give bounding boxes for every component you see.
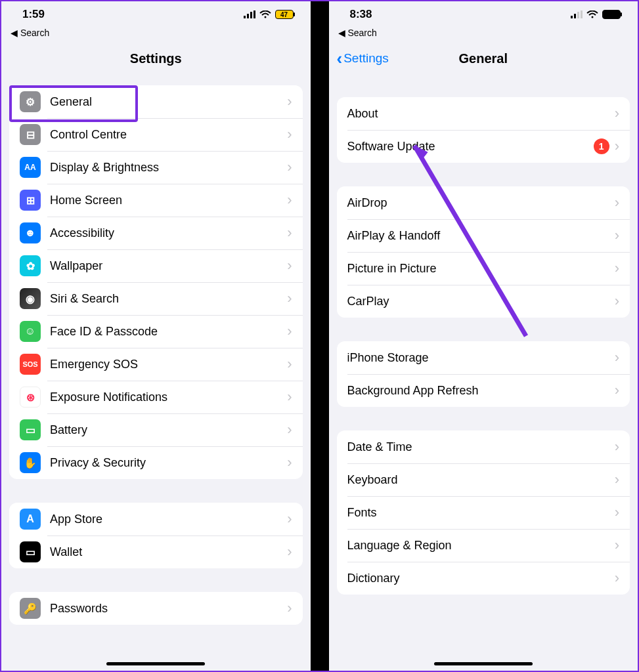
home-indicator[interactable] xyxy=(434,662,533,665)
settings-row-privacy[interactable]: ✋ Privacy & Security › xyxy=(9,446,303,479)
row-language[interactable]: Language & Region› xyxy=(337,529,630,562)
row-about[interactable]: About › xyxy=(337,97,630,130)
settings-section: A App Store › ▭ Wallet › xyxy=(9,503,303,568)
settings-row-wallpaper[interactable]: ✿ Wallpaper › xyxy=(9,249,303,282)
row-label: Display & Brightness xyxy=(50,161,282,175)
chevron-right-icon: › xyxy=(615,105,619,122)
settings-row-faceid[interactable]: ☺ Face ID & Passcode › xyxy=(9,315,303,348)
signal-icon xyxy=(244,10,255,18)
general-section: AirDrop› AirPlay & Handoff› Picture in P… xyxy=(337,186,630,318)
row-label: App Store xyxy=(50,513,282,526)
row-label: Background App Refresh xyxy=(347,384,609,398)
wifi-icon xyxy=(586,10,598,18)
chevron-right-icon: › xyxy=(615,138,619,155)
signal-icon xyxy=(571,10,583,18)
breadcrumb-back-search[interactable]: ◀ Search xyxy=(329,28,638,43)
general-section: About › Software Update 1 › xyxy=(337,97,630,163)
exposure-icon: ⊛ xyxy=(20,387,41,408)
row-label: Passwords xyxy=(50,602,282,616)
home-indicator[interactable] xyxy=(106,662,205,665)
row-label: General xyxy=(50,95,282,109)
row-label: Wallpaper xyxy=(50,259,282,273)
chevron-right-icon: › xyxy=(287,421,292,438)
svg-rect-5 xyxy=(571,16,573,18)
chevron-right-icon: › xyxy=(287,454,292,471)
row-label: CarPlay xyxy=(347,295,609,308)
settings-row-siri[interactable]: ◉ Siri & Search › xyxy=(9,282,303,315)
chevron-right-icon: › xyxy=(287,356,292,373)
chevron-right-icon: › xyxy=(287,543,292,560)
row-datetime[interactable]: Date & Time› xyxy=(337,430,630,463)
breadcrumb-back-search[interactable]: ◀ Search xyxy=(1,28,311,43)
row-airplay[interactable]: AirPlay & Handoff› xyxy=(337,219,630,252)
settings-row-accessibility[interactable]: ☻ Accessibility › xyxy=(9,217,303,249)
chevron-right-icon: › xyxy=(287,388,292,406)
settings-row-exposure[interactable]: ⊛ Exposure Notifications › xyxy=(9,381,303,413)
chevron-right-icon: › xyxy=(615,570,619,587)
svg-rect-3 xyxy=(253,10,255,18)
row-label: About xyxy=(347,107,609,121)
chevron-right-icon: › xyxy=(287,224,292,242)
back-button[interactable]: ‹ Settings xyxy=(337,49,389,69)
chevron-right-icon: › xyxy=(615,471,619,488)
row-label: Siri & Search xyxy=(50,292,282,306)
wallet-icon: ▭ xyxy=(20,541,41,562)
row-label: Privacy & Security xyxy=(50,456,282,470)
status-bar: 8:38 xyxy=(329,1,638,28)
row-fonts[interactable]: Fonts› xyxy=(337,496,630,529)
row-label: AirPlay & Handoff xyxy=(347,229,609,243)
sos-icon: SOS xyxy=(20,354,41,375)
settings-row-display[interactable]: AA Display & Brightness › xyxy=(9,151,303,184)
row-label: Battery xyxy=(50,423,282,437)
svg-rect-1 xyxy=(247,14,249,18)
chevron-right-icon: › xyxy=(287,323,292,340)
settings-row-appstore[interactable]: A App Store › xyxy=(9,503,303,536)
row-label: Fonts xyxy=(347,506,609,520)
settings-row-sos[interactable]: SOS Emergency SOS › xyxy=(9,348,303,381)
row-storage[interactable]: iPhone Storage› xyxy=(337,341,630,374)
row-carplay[interactable]: CarPlay› xyxy=(337,285,630,318)
row-label: Picture in Picture xyxy=(347,262,609,276)
settings-row-battery[interactable]: ▭ Battery › xyxy=(9,413,303,446)
settings-section: ⚙︎ General › ⊟ Control Centre › AA Displ… xyxy=(9,85,303,479)
row-bg-refresh[interactable]: Background App Refresh› xyxy=(337,374,630,407)
row-software-update[interactable]: Software Update 1 › xyxy=(337,130,630,163)
status-time: 8:38 xyxy=(350,8,372,21)
svg-point-9 xyxy=(592,16,594,18)
chevron-right-icon: › xyxy=(615,293,619,310)
svg-rect-6 xyxy=(574,14,576,18)
page-title: General xyxy=(459,51,508,66)
chevron-right-icon: › xyxy=(615,227,619,244)
svg-rect-2 xyxy=(250,12,252,18)
settings-row-passwords[interactable]: 🔑 Passwords › xyxy=(9,592,303,625)
divider xyxy=(311,1,329,671)
chevron-left-icon: ‹ xyxy=(337,49,343,69)
appstore-icon: A xyxy=(20,509,41,530)
row-keyboard[interactable]: Keyboard› xyxy=(337,463,630,496)
chevron-right-icon: › xyxy=(287,159,292,176)
chevron-right-icon: › xyxy=(287,93,292,110)
settings-row-wallet[interactable]: ▭ Wallet › xyxy=(9,536,303,568)
chevron-right-icon: › xyxy=(287,257,292,274)
row-dictionary[interactable]: Dictionary› xyxy=(337,562,630,595)
settings-row-general[interactable]: ⚙︎ General › xyxy=(9,85,303,118)
settings-row-control-centre[interactable]: ⊟ Control Centre › xyxy=(9,118,303,151)
row-label: Dictionary xyxy=(347,572,609,585)
row-label: Language & Region xyxy=(347,539,609,553)
hand-icon: ✋ xyxy=(20,452,41,473)
nav-bar: ‹ Settings General xyxy=(329,43,638,74)
chevron-right-icon: › xyxy=(615,438,619,455)
row-airdrop[interactable]: AirDrop› xyxy=(337,186,630,219)
settings-row-home-screen[interactable]: ⊞ Home Screen › xyxy=(9,184,303,217)
row-label: AirDrop xyxy=(347,196,609,210)
general-section: iPhone Storage› Background App Refresh› xyxy=(337,341,630,407)
back-label: Settings xyxy=(343,51,389,66)
status-time: 1:59 xyxy=(22,8,45,21)
status-bar: 1:59 47 xyxy=(1,1,311,28)
general-section: Date & Time› Keyboard› Fonts› Language &… xyxy=(337,430,630,595)
settings-section: 🔑 Passwords › xyxy=(9,592,303,625)
wallpaper-icon: ✿ xyxy=(20,255,41,276)
row-pip[interactable]: Picture in Picture› xyxy=(337,252,630,285)
row-label: Accessibility xyxy=(50,226,282,240)
home-icon: ⊞ xyxy=(20,190,41,211)
